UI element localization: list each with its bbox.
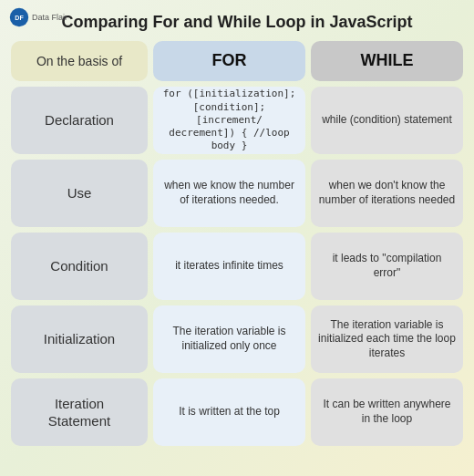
label-iteration-statement: Iteration Statement [11, 378, 148, 446]
label-initialization: Initialization [11, 305, 148, 373]
while-initialization: The iteration variable is initialized ea… [311, 305, 463, 373]
for-initialization: The iteration variable is initialized on… [153, 305, 305, 373]
while-iteration-statement: It can be written anywhere in the loop [311, 378, 463, 446]
for-iteration-statement: It is written at the top [153, 378, 305, 446]
for-declaration: for ([initialization]; [condition]; [inc… [153, 87, 305, 154]
comparison-grid: On the basis of FOR WHILE Declaration fo… [11, 41, 463, 467]
header-while: WHILE [311, 41, 463, 81]
for-use: when we know the number of iterations ne… [153, 160, 305, 227]
for-condition: it iterates infinite times [153, 233, 305, 300]
logo-text: Data Flair [32, 13, 67, 22]
while-use: when we don't know the number of iterati… [311, 160, 463, 227]
label-declaration: Declaration [11, 87, 148, 154]
while-condition: it leads to "compilation error" [311, 233, 463, 300]
logo: DF Data Flair [9, 7, 67, 27]
page-title: Comparing For and While Loop in JavaScri… [11, 9, 463, 32]
while-declaration: while (condition) statement [311, 87, 463, 154]
label-use: Use [11, 160, 148, 227]
svg-text:DF: DF [15, 15, 24, 21]
header-for: FOR [153, 41, 305, 81]
header-basis: On the basis of [11, 41, 148, 81]
label-condition: Condition [11, 233, 148, 300]
